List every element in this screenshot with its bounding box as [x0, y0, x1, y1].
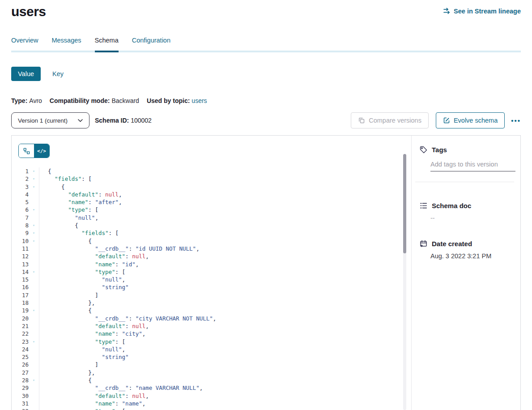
fold-toggle-icon[interactable]: ▾ [29, 376, 39, 384]
code-line: 31 "name": "name", [12, 400, 411, 407]
tabs-underline [11, 51, 521, 52]
schema-id: Schema ID: 100002 [95, 117, 152, 124]
code-line: 24 "null", [12, 346, 411, 353]
line-number: 31 [12, 400, 29, 407]
value-button[interactable]: Value [11, 67, 41, 81]
code-line: 27 }, [12, 369, 411, 376]
compare-versions-button[interactable]: Compare versions [351, 112, 429, 128]
code-line: 2▾ "fields": [ [12, 175, 411, 183]
code-line: 18 }, [12, 299, 411, 307]
code-line: 20 "__crdb__": "city VARCHAR NOT NULL", [12, 315, 411, 322]
line-number: 19 [12, 307, 29, 314]
used-by-topic-link[interactable]: users [192, 97, 207, 104]
code-view-icon: </> [37, 148, 46, 154]
more-actions-button[interactable]: ••• [511, 117, 521, 124]
evolve-schema-button[interactable]: Evolve schema [436, 112, 505, 128]
schema-code-pane: </> 1▾{2▾ "fields": [3▾ {4 "default": nu… [12, 136, 411, 410]
code-line: 14▾ "type": [ [12, 268, 411, 276]
fold-toggle-icon[interactable]: ▾ [29, 268, 39, 276]
line-number: 18 [12, 299, 29, 307]
meta-item: Type:Avro [11, 97, 42, 104]
fold-toggle-icon[interactable]: ▾ [29, 307, 39, 314]
code-line: 10▾ { [12, 237, 411, 245]
code-line: 7 "null", [12, 214, 411, 222]
line-number: 12 [12, 252, 29, 260]
line-number: 22 [12, 330, 29, 337]
code-line: 32▾ "type": [ [12, 407, 411, 410]
tab-overview[interactable]: Overview [11, 37, 38, 51]
fold-toggle-icon[interactable]: ▾ [29, 338, 39, 346]
scrollbar-thumb[interactable] [403, 154, 406, 253]
fold-toggle-icon[interactable]: ▾ [29, 183, 39, 191]
view-toggle: </> [18, 144, 50, 158]
schema-meta-row: Type:AvroCompatibility mode:BackwardUsed… [11, 97, 521, 104]
add-tags-input[interactable] [430, 161, 515, 171]
editor-scrollbar [403, 154, 406, 410]
calendar-plus-icon [420, 240, 427, 248]
version-select[interactable]: Version 1 (current) [11, 112, 89, 128]
line-number: 29 [12, 384, 29, 392]
line-number: 20 [12, 315, 29, 322]
line-number: 23 [12, 338, 29, 346]
line-number: 5 [12, 198, 29, 206]
code-line: 29 "__crdb__": "name VARCHAR NULL", [12, 384, 411, 392]
fold-toggle-icon[interactable]: ▾ [29, 206, 39, 214]
line-number: 30 [12, 392, 29, 400]
tab-messages[interactable]: Messages [51, 37, 81, 51]
fold-toggle-icon[interactable]: ▾ [29, 407, 39, 410]
line-number: 17 [12, 291, 29, 299]
chevron-down-icon [78, 119, 83, 122]
schema-page: users See in Stream lineage OverviewMess… [0, 0, 532, 410]
code-line: 23▾ "type": [ [12, 338, 411, 346]
compare-icon [358, 117, 365, 124]
fold-toggle-icon[interactable]: ▾ [29, 229, 39, 237]
line-number: 9 [12, 229, 29, 237]
fold-toggle-icon[interactable]: ▾ [29, 167, 39, 175]
key-button[interactable]: Key [52, 70, 64, 77]
line-number: 11 [12, 245, 29, 252]
code-line: 6▾ "type": [ [12, 206, 411, 214]
schema-panel: </> 1▾{2▾ "fields": [3▾ {4 "default": nu… [11, 135, 521, 410]
code-view-button[interactable]: </> [34, 144, 49, 158]
schema-doc-section-header: Schema doc [412, 202, 520, 209]
line-number: 25 [12, 353, 29, 361]
code-line: 1▾{ [12, 167, 411, 175]
schema-controls-row: Version 1 (current) Schema ID: 100002 Co… [11, 112, 521, 128]
sidebar-divider [415, 182, 514, 182]
code-line: 22 "name": "city", [12, 330, 411, 337]
date-created-value: Aug. 3 2022 3:21 PM [430, 252, 520, 260]
line-number: 27 [12, 369, 29, 376]
line-number: 4 [12, 191, 29, 198]
line-number: 10 [12, 237, 29, 245]
meta-item: Used by topic:users [147, 97, 207, 104]
date-created-section-header: Date created [412, 240, 520, 248]
schema-doc-value: -- [430, 214, 520, 222]
line-number: 6 [12, 206, 29, 214]
tree-view-button[interactable] [19, 144, 34, 158]
code-line: 19▾ { [12, 307, 411, 314]
line-number: 7 [12, 214, 29, 222]
code-line: 17 ] [12, 291, 411, 299]
tags-section-header: Tags [412, 146, 520, 154]
line-number: 21 [12, 322, 29, 330]
code-line: 12 "default": null, [12, 252, 411, 260]
code-line: 9▾ "fields": [ [12, 229, 411, 237]
tab-configuration[interactable]: Configuration [132, 37, 170, 51]
line-number: 15 [12, 276, 29, 283]
list-icon [420, 202, 427, 209]
code-line: 8▾ { [12, 222, 411, 229]
fold-toggle-icon[interactable]: ▾ [29, 175, 39, 183]
code-line: 28▾ { [12, 376, 411, 384]
code-line: 30 "default": null, [12, 392, 411, 400]
code-line: 15 "null", [12, 276, 411, 283]
tab-schema[interactable]: Schema [95, 37, 119, 51]
line-number: 1 [12, 167, 29, 175]
see-in-stream-lineage-link[interactable]: See in Stream lineage [443, 7, 521, 15]
line-number: 2 [12, 175, 29, 183]
line-number: 28 [12, 376, 29, 384]
edit-icon [443, 117, 450, 124]
code-line: 4 "default": null, [12, 191, 411, 198]
code-line: 11 "__crdb__": "id UUID NOT NULL", [12, 245, 411, 252]
fold-toggle-icon[interactable]: ▾ [29, 222, 39, 229]
fold-toggle-icon[interactable]: ▾ [29, 237, 39, 245]
